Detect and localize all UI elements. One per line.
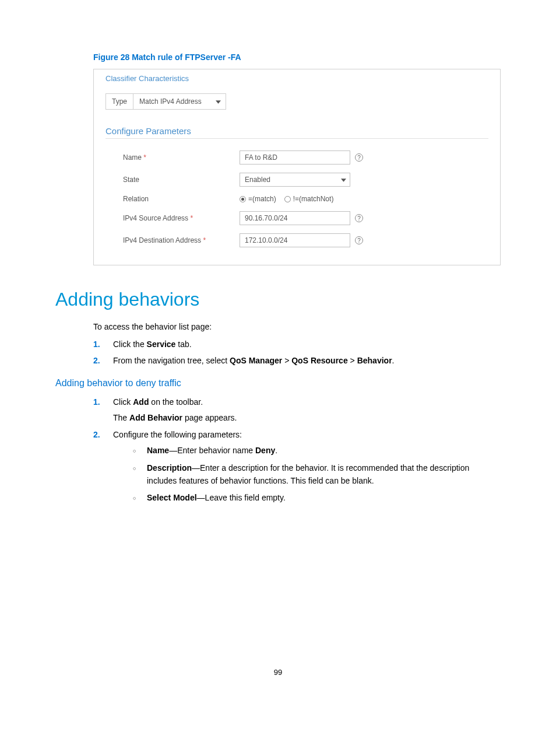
required-asterisk: * [203, 236, 206, 244]
type-select-value: Match IPv4 Address [139, 97, 202, 106]
text: tab. [175, 340, 191, 349]
caret-down-icon [341, 176, 346, 184]
bold-text: Select Model [147, 493, 197, 502]
src-label: IPv4 Source Address * [123, 214, 240, 222]
name-label-text: Name [123, 153, 142, 162]
help-icon[interactable]: ? [355, 214, 363, 222]
relation-radio-matchnot[interactable]: !=(matchNot) [284, 195, 334, 203]
divider [105, 138, 488, 139]
text: From the navigation tree, select [113, 356, 230, 365]
intro-text: To access the behavior list page: [93, 321, 501, 333]
required-asterisk: * [143, 153, 146, 162]
radio-unselected-icon [284, 196, 291, 202]
classifier-panel: Classifier Characteristics Type Match IP… [93, 69, 501, 265]
page-number: 99 [55, 668, 501, 677]
text: Click [113, 397, 133, 407]
text: . [392, 356, 395, 365]
text: —Enter behavior name [169, 446, 255, 455]
configure-parameters-title: Configure Parameters [105, 126, 488, 136]
bold-text: Service [147, 340, 176, 349]
text: > [348, 356, 357, 365]
row-dst: IPv4 Destination Address * 172.10.0.0/24… [105, 233, 488, 247]
panel-title: Classifier Characteristics [105, 74, 488, 83]
access-step-1: Click the Service tab. [93, 338, 501, 351]
type-row: Type Match IPv4 Address [105, 93, 488, 110]
row-src: IPv4 Source Address * 90.16.70.0/24 ? [105, 211, 488, 225]
bold-text: Name [147, 446, 169, 455]
row-name: Name * FA to R&D ? [105, 150, 488, 164]
bold-text: Add Behavior [129, 413, 182, 422]
text: > [282, 356, 291, 365]
access-steps-list: Click the Service tab. From the navigati… [93, 338, 501, 368]
text: —Leave this field empty. [197, 493, 286, 502]
text: on the toolbar. [149, 397, 203, 407]
text: Configure the following parameters: [113, 430, 242, 439]
src-input[interactable]: 90.16.70.0/24 [240, 211, 350, 225]
deny-step-1-note: The Add Behavior page appears. [113, 412, 501, 425]
relation-radio-group: =(match) !=(matchNot) [240, 195, 333, 203]
figure-caption: Figure 28 Match rule of FTPServer -FA [93, 52, 501, 62]
text: Click the [113, 340, 147, 349]
name-input[interactable]: FA to R&D [240, 150, 350, 164]
row-relation: Relation =(match) !=(matchNot) [105, 195, 488, 203]
bold-text: Deny [255, 446, 275, 455]
param-bullets: Name—Enter behavior name Deny. Descripti… [113, 444, 501, 505]
dst-label-text: IPv4 Destination Address [123, 236, 201, 244]
text: —Enter a description for the behavior. I… [147, 463, 469, 485]
deny-step-1: Click Add on the toolbar. The Add Behavi… [93, 396, 501, 425]
radio-selected-icon [240, 196, 246, 202]
relation-opt1-label: =(match) [248, 195, 276, 203]
src-label-text: IPv4 Source Address [123, 214, 188, 222]
bold-text: Behavior [357, 356, 392, 365]
section-heading: Adding behaviors [55, 289, 501, 310]
name-label: Name * [123, 153, 240, 162]
bold-text: QoS Manager [230, 356, 282, 365]
dst-input[interactable]: 172.10.0.0/24 [240, 233, 350, 247]
bold-text: Description [147, 463, 192, 473]
relation-label: Relation [123, 195, 240, 203]
row-state: State Enabled [105, 173, 488, 187]
caret-down-icon [216, 97, 221, 106]
help-icon[interactable]: ? [355, 153, 363, 162]
required-asterisk: * [190, 214, 193, 222]
relation-opt2-label: !=(matchNot) [293, 195, 334, 203]
bullet-description: Description—Enter a description for the … [133, 462, 501, 487]
bold-text: QoS Resource [291, 356, 347, 365]
text: page appears. [182, 413, 237, 422]
relation-radio-match[interactable]: =(match) [240, 195, 276, 203]
dst-label: IPv4 Destination Address * [123, 236, 240, 244]
help-icon[interactable]: ? [355, 236, 363, 244]
state-select[interactable]: Enabled [240, 173, 350, 187]
state-select-value: Enabled [245, 176, 270, 184]
bold-text: Add [133, 397, 149, 407]
type-label: Type [105, 93, 133, 110]
deny-step-2: Configure the following parameters: Name… [93, 428, 501, 505]
deny-steps-list: Click Add on the toolbar. The Add Behavi… [93, 396, 501, 505]
bullet-name: Name—Enter behavior name Deny. [133, 444, 501, 457]
text: . [275, 446, 277, 455]
state-label: State [123, 176, 240, 184]
type-select[interactable]: Match IPv4 Address [133, 93, 226, 110]
bullet-select-model: Select Model—Leave this field empty. [133, 492, 501, 505]
subheading: Adding behavior to deny traffic [55, 378, 501, 388]
access-step-2: From the navigation tree, select QoS Man… [93, 354, 501, 367]
text: The [113, 413, 129, 422]
